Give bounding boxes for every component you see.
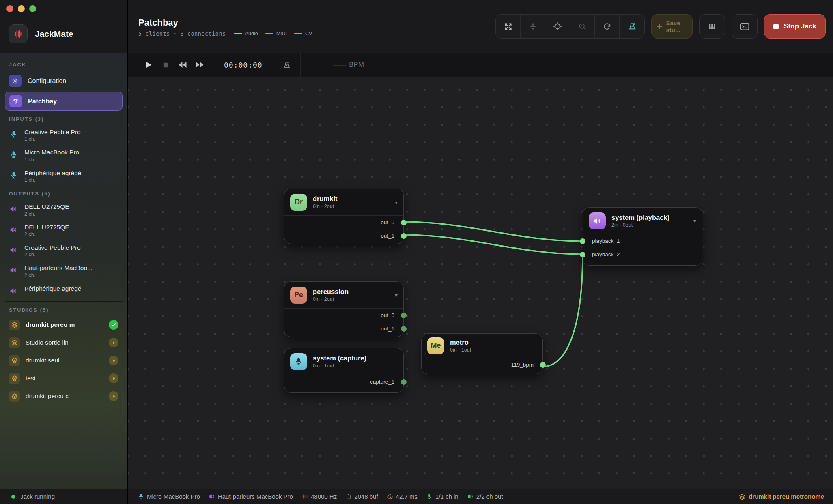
terminal-button[interactable] [732,14,758,39]
port-out-0[interactable] [401,220,407,225]
fit-view-button[interactable] [496,15,521,38]
check-icon[interactable] [109,320,118,330]
node-system-capture[interactable]: system (capture)0in · 1out capture_1 [284,348,404,393]
sidebar-item-configuration[interactable]: Configuration [5,72,123,90]
speaker-icon [467,493,474,500]
port-out-1[interactable] [401,233,407,239]
play-icon[interactable] [109,338,118,347]
sidebar-divider [5,301,123,302]
status-dot-icon [11,495,15,499]
chevron-down-icon[interactable]: ▾ [693,218,696,224]
layers-icon [9,373,20,384]
collapse-nodes-button[interactable] [521,15,545,38]
close-window-button[interactable] [6,5,13,12]
port-playback-2[interactable] [580,252,585,257]
studio-row[interactable]: Studio sortie lin [5,335,123,351]
output-device-row[interactable]: DELL U2725QE2 ch. [5,201,123,219]
port-row: out_0 [284,216,403,229]
page-header: Patchbay 5 clients · 3 connections Audio… [128,0,833,53]
waveform-icon [302,493,308,500]
canvas-toolbar: 1 [495,14,645,39]
input-device-row[interactable]: Micro MacBook Pro1 ch. [5,146,123,165]
wire-drumkit-out1-playback2 [404,235,583,254]
transport-rewind-button[interactable] [174,57,191,73]
layers-icon [9,355,20,366]
output-device-row[interactable]: DELL U2725QE2 ch. [5,221,123,240]
expand-icon [504,22,512,31]
node-metro[interactable]: Me metro0in · 1out 119_bpm [421,333,543,374]
page-title: Patchbay [138,17,312,28]
midi-keyboard-button[interactable] [699,14,725,39]
port-playback-1[interactable] [580,238,585,244]
output-device-row[interactable]: Haut-parleurs MacBoo...2 ch. [5,262,123,280]
studio-row[interactable]: drumkit percu m [5,317,123,333]
play-icon[interactable] [109,391,118,401]
sidebar-item-label: Patchbay [28,98,57,105]
transport-fast-forward-button[interactable] [191,57,208,73]
terminal-icon [740,21,750,32]
studio-row[interactable]: drumkit seul [5,353,123,369]
port-119-bpm[interactable] [540,362,546,368]
cv-swatch [294,33,302,34]
stop-icon [162,62,169,69]
save-studio-button[interactable]: Save stu... [651,14,693,39]
studio-row[interactable]: drumkit percu c [5,388,123,404]
status-input-device: Micro MacBook Pro [138,493,200,500]
speaker-icon [10,246,18,254]
patchbay-network-icon [9,95,22,107]
center-view-button[interactable] [545,15,570,38]
legend-audio: Audio [234,31,258,36]
status-latency: 42.7 ms [387,493,418,500]
transport-metronome-button[interactable] [278,57,295,73]
zoom-reset-button[interactable]: 1 [570,15,595,38]
node-drumkit[interactable]: Dr drumkit0in · 2out ▾ out_0 out_1 [284,189,404,244]
sidebar-item-patchbay[interactable]: Patchbay [5,92,123,111]
chevron-down-icon[interactable]: ▾ [395,292,398,298]
port-capture-1[interactable] [401,379,407,385]
svg-text:1: 1 [581,24,583,28]
clock-icon [387,493,393,500]
status-channels-in: 1/1 ch in [426,493,458,500]
section-studios-label: STUDIOS (5) [9,307,118,313]
output-device-row[interactable]: Périphérique agrégé [5,283,123,297]
metronome-icon [628,22,637,31]
port-out-1[interactable] [401,326,407,332]
transport-bar: 00:00:00 —— BPM [128,53,833,77]
output-device-row[interactable]: Creative Pebble Pro2 ch. [5,242,123,260]
patchbay-canvas[interactable]: Dr drumkit0in · 2out ▾ out_0 out_1 Pe pe… [128,77,833,504]
jack-status: Jack running [0,489,128,504]
play-icon[interactable] [109,356,118,365]
sidebar-content[interactable]: JACK Configuration Patchbay INPUTS (3) C… [0,53,127,504]
port-row: 119_bpm [422,358,542,371]
stop-jack-button[interactable]: Stop Jack [764,14,826,39]
refresh-button[interactable] [595,15,620,38]
transport-stop-button[interactable] [157,57,174,73]
status-buffer-size: 2048 buf [346,493,378,500]
layers-icon [9,337,20,348]
status-output-device: Haut-parleurs MacBook Pro [209,493,293,500]
active-studio-indicator[interactable]: drumkit percu metronome [739,493,833,500]
midi-swatch [265,33,273,34]
node-avatar: Dr [290,194,307,211]
section-jack-label: JACK [9,62,118,68]
play-icon[interactable] [109,373,118,383]
metronome-icon [283,61,291,69]
app-logo-icon [9,24,28,43]
minimize-window-button[interactable] [18,5,25,12]
input-device-row[interactable]: Creative Pebble Pro1 ch. [5,126,123,144]
input-device-row[interactable]: Périphérique agrégé1 ch. [5,167,123,185]
mic-icon [138,493,144,500]
port-out-0[interactable] [401,313,407,318]
studio-row[interactable]: test [5,371,123,386]
layers-icon [9,391,20,402]
transport-divider [213,53,213,77]
chevron-down-icon[interactable]: ▾ [395,199,398,206]
transport-play-button[interactable] [140,57,157,73]
zoom-window-button[interactable] [29,5,36,12]
legend-midi: MIDI [265,31,287,36]
node-percussion[interactable]: Pe percussion0in · 2out ▾ out_0 out_1 [284,281,404,337]
stop-icon [773,24,779,29]
metronome-toggle-button[interactable] [620,15,644,38]
node-system-playback[interactable]: system (playback)2in · 0out ▾ playback_1… [583,207,702,266]
refresh-icon [603,22,611,31]
